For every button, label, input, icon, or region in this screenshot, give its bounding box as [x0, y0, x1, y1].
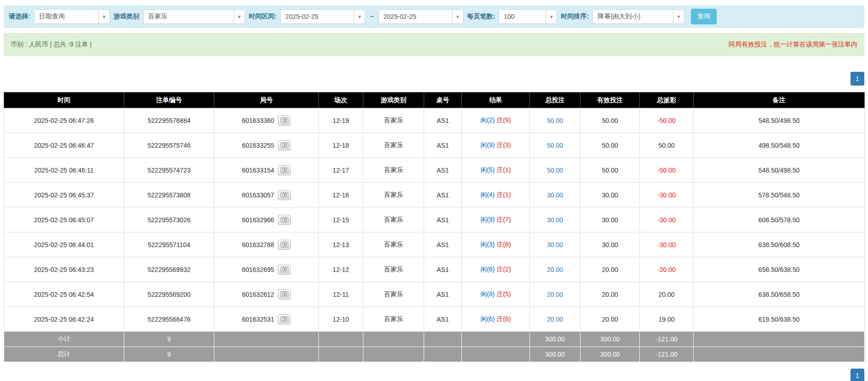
table-row: 2025-02-25 06:42:24 522295568476 6016325…	[4, 307, 865, 332]
page-1-button[interactable]: 1	[851, 369, 864, 381]
cell-empty	[694, 347, 865, 362]
cards-replay-icon	[281, 167, 288, 173]
grand-total-payout: -121.00	[640, 347, 694, 362]
pagination-top: 1	[4, 72, 864, 86]
per-page-select[interactable]: 100 ▼	[499, 9, 557, 24]
cell-bet-no: 522295569200	[124, 282, 214, 307]
total-bet-link[interactable]: 20.00	[547, 316, 563, 323]
range-separator: ~	[369, 13, 374, 20]
cell-table-no: AS1	[424, 232, 462, 257]
sort-order-select[interactable]: 降幂(由大到小) ▼	[592, 9, 684, 24]
table-row: 2025-02-25 06:44:01 522295571104 6016327…	[4, 232, 865, 257]
round-replay-button[interactable]	[278, 314, 291, 324]
info-bar: 币别 : 人民币 | 总共 :9 注单 | 同局有效投注，统一计算在该局第一张注…	[4, 33, 864, 56]
table-row: 2025-02-25 06:45:37 522295573808 6016330…	[4, 183, 865, 208]
chevron-down-icon: ▼	[673, 10, 684, 23]
round-no-text: 601633255	[242, 142, 274, 149]
date-from-input[interactable]: 2025-02-25 ▼	[280, 9, 365, 24]
per-page-label: 每页笔数:	[467, 12, 495, 21]
cell-payout: -30.00	[640, 232, 694, 257]
chevron-down-icon: ▼	[354, 10, 365, 23]
chevron-down-icon: ▼	[98, 10, 109, 23]
query-button[interactable]: 查询	[691, 9, 717, 24]
round-replay-button[interactable]	[278, 140, 291, 150]
total-bet-link[interactable]: 50.00	[547, 117, 563, 124]
total-bet-link[interactable]: 30.00	[547, 216, 563, 224]
cell-empty	[363, 347, 424, 362]
cell-payout: 50.00	[640, 133, 694, 158]
cell-payout: -50.00	[640, 108, 694, 133]
cell-total-bet: 20.00	[530, 307, 581, 332]
cell-game: 百家乐	[363, 282, 424, 307]
cell-result: 闲(4) 庄(1)	[462, 183, 530, 208]
cell-time: 2025-02-25 06:42:54	[4, 282, 124, 307]
page-1-button[interactable]: 1	[851, 72, 864, 86]
cell-result: 闲(2) 庄(9)	[462, 108, 530, 133]
col-header-game: 游戏类别	[363, 92, 424, 108]
cell-table-no: AS1	[424, 307, 462, 332]
result-banker: 庄(8)	[496, 315, 511, 323]
result-banker: 庄(9)	[496, 116, 511, 124]
round-replay-button[interactable]	[278, 215, 291, 225]
col-header-session: 场次	[319, 92, 363, 108]
result-banker: 庄(5)	[496, 290, 511, 298]
cell-round-no: 601633360	[214, 108, 319, 133]
col-header-remark: 备注	[694, 92, 865, 108]
cards-replay-icon	[281, 316, 288, 322]
total-bet-link[interactable]: 50.00	[547, 142, 563, 149]
subtotal-total-bet: 300.00	[530, 332, 581, 347]
col-header-bet-no: 注单编号	[124, 92, 214, 108]
total-bet-link[interactable]: 20.00	[547, 291, 563, 298]
cell-remark: 578.50/548.50	[694, 183, 865, 208]
cell-round-no: 601632612	[214, 282, 319, 307]
cell-session: 12-15	[319, 208, 363, 232]
round-replay-button[interactable]	[278, 240, 291, 250]
round-replay-button[interactable]	[278, 289, 291, 300]
total-bet-link[interactable]: 30.00	[547, 241, 563, 248]
result-player: 闲(3)	[480, 241, 494, 248]
round-replay-button[interactable]	[278, 115, 291, 126]
cell-round-no: 601632695	[214, 257, 319, 282]
cell-session: 12-13	[319, 232, 363, 257]
cards-replay-icon	[281, 117, 288, 123]
round-replay-button[interactable]	[278, 265, 291, 275]
cards-replay-icon	[281, 291, 288, 297]
date-to-input[interactable]: 2025-02-25 ▼	[379, 9, 464, 24]
cell-game: 百家乐	[363, 208, 424, 232]
col-header-table-no: 桌号	[424, 92, 462, 108]
total-bet-link[interactable]: 20.00	[547, 266, 563, 273]
cell-round-no: 601633154	[214, 158, 319, 183]
round-replay-button[interactable]	[278, 165, 291, 175]
cell-total-bet: 20.00	[530, 257, 581, 282]
cell-time: 2025-02-25 06:46:47	[4, 133, 124, 158]
round-no-text: 601632531	[242, 316, 274, 323]
table-row: 2025-02-25 06:47:26 522295576884 6016333…	[4, 108, 865, 133]
query-type-select[interactable]: 日期查询 ▼	[34, 9, 110, 24]
round-replay-button[interactable]	[278, 190, 291, 200]
cell-valid-bet: 30.00	[581, 232, 640, 257]
table-row: 2025-02-25 06:45:07 522295573026 6016329…	[4, 208, 865, 232]
cell-game: 百家乐	[363, 158, 424, 183]
game-category-select[interactable]: 百家乐 ▼	[143, 9, 245, 24]
notice-text: 同局有效投注，统一计算在该局第一张注单内	[729, 40, 857, 49]
cell-remark: 619.50/638.50	[694, 307, 865, 332]
cards-replay-icon	[281, 142, 288, 148]
cell-valid-bet: 20.00	[581, 282, 640, 307]
cell-table-no: AS1	[424, 133, 462, 158]
cell-empty	[462, 332, 530, 347]
cell-game: 百家乐	[363, 183, 424, 208]
cell-session: 12-12	[319, 257, 363, 282]
cell-result: 闲(5) 庄(1)	[462, 158, 530, 183]
total-bet-link[interactable]: 50.00	[547, 167, 563, 174]
grand-total-count: 9	[124, 347, 214, 362]
result-player: 闲(9)	[480, 141, 494, 149]
cell-round-no: 601632531	[214, 307, 319, 332]
subtotal-valid-bet: 300.00	[581, 332, 640, 347]
table-row: 2025-02-25 06:42:54 522295569200 6016326…	[4, 282, 865, 307]
cell-payout: -30.00	[640, 183, 694, 208]
cell-empty	[424, 332, 462, 347]
cell-session: 12-19	[319, 108, 363, 133]
total-bet-link[interactable]: 30.00	[547, 191, 563, 199]
cell-payout: -20.00	[640, 257, 694, 282]
col-header-result: 结果	[462, 92, 530, 108]
